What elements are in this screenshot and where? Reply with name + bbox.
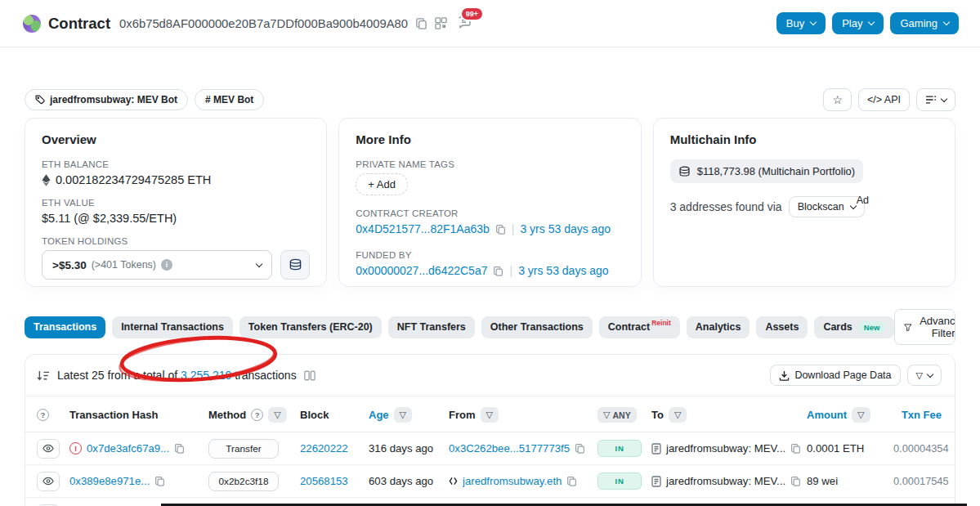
eth-balance-label: ETH BALANCE [42, 159, 310, 169]
qr-code-icon[interactable] [435, 17, 447, 29]
table-filter-button[interactable]: ▽ [907, 365, 942, 386]
funded-age-link[interactable]: 3 yrs 53 days ago [518, 264, 609, 277]
more-options-button[interactable] [916, 88, 955, 111]
tab-label: Contract [608, 321, 650, 333]
tab-cards[interactable]: CardsNew [814, 316, 894, 338]
tab-label: Assets [765, 321, 799, 333]
tab-transactions[interactable]: Transactions [25, 316, 105, 338]
multichain-info-card: Multichain Info $118,773.98 (Multichain … [653, 118, 955, 287]
token-holdings-select[interactable]: >$5.30 (>401 Tokens) i [42, 250, 272, 280]
buy-button[interactable]: Buy [776, 12, 826, 34]
copy-icon[interactable] [790, 443, 801, 454]
filter-funnel-icon: ▽ [916, 370, 923, 381]
table-header: ? Transaction Hash Method ? ▽ Block Age … [25, 396, 955, 432]
info-icon: i [161, 259, 172, 271]
block-link[interactable]: 22620222 [300, 442, 348, 455]
comments-count-badge: 99+ [460, 7, 484, 21]
col-block: Block [300, 409, 329, 421]
play-button[interactable]: Play [832, 12, 884, 34]
funded-by-link[interactable]: 0x00000027...d6422C5a7 [356, 264, 487, 277]
filter-funnel-icon: ▽ [857, 410, 864, 420]
to-name-text[interactable]: jaredfromsubway: MEV... [666, 475, 785, 487]
chevron-down-icon [849, 202, 856, 208]
col-txn-fee-toggle[interactable]: Txn Fee [902, 409, 942, 421]
block-link[interactable]: 20568153 [300, 475, 348, 487]
coins-icon [678, 166, 691, 177]
contract-creator-link[interactable]: 0x4D521577...82F1Aa63b [356, 222, 489, 235]
total-transactions-link[interactable]: 3,255,210 [181, 369, 231, 382]
token-holdings-detail: (>401 Tokens) [92, 259, 156, 271]
to-filter-button[interactable]: ▽ [669, 407, 687, 423]
hashtag-label: # MEV Bot [205, 94, 253, 105]
method-help-icon[interactable]: ? [251, 409, 263, 421]
from-address-link[interactable]: 0x3C262bee...5177773f5 [449, 442, 570, 455]
eth-value-value: $5.11 (@ $2,339.55/ETH) [42, 212, 177, 225]
multichain-title: Multichain Info [670, 132, 938, 146]
public-name-tag[interactable]: jaredfromsubway: MEV Bot [25, 89, 188, 110]
hashtag-mev-bot[interactable]: # MEV Bot [195, 89, 264, 110]
col-age-toggle[interactable]: Age [369, 409, 389, 421]
sort-icon [37, 370, 50, 381]
col-transaction-hash: Transaction Hash [69, 409, 158, 421]
copy-icon[interactable] [575, 443, 585, 454]
tab-other-transactions[interactable]: Other Transactions [481, 316, 593, 338]
buy-button-label: Buy [786, 17, 804, 29]
chevron-down-icon [943, 19, 950, 25]
favorite-star-button[interactable]: ☆ [823, 88, 852, 111]
multichain-portfolio-button[interactable]: $118,773.98 (Multichain Portfolio) [670, 159, 863, 183]
col-amount-toggle[interactable]: Amount [807, 409, 847, 421]
copy-icon[interactable] [174, 443, 185, 454]
copy-icon[interactable] [154, 476, 165, 486]
tab-analytics[interactable]: Analytics [687, 316, 750, 338]
copy-icon[interactable] [790, 476, 801, 486]
preview-tx-button[interactable] [37, 439, 60, 459]
direction-filter-button[interactable]: ▽ANY [597, 407, 637, 423]
preview-tx-button[interactable] [37, 472, 60, 491]
ethereum-icon [42, 174, 51, 186]
blockscan-label: Blockscan [798, 201, 844, 213]
method-filter-button[interactable]: ▽ [268, 407, 286, 423]
contract-creator-label: CONTRACT CREATOR [356, 208, 624, 218]
token-holdings-label: TOKEN HOLDINGS [42, 236, 310, 246]
col-from: From [449, 409, 476, 421]
chevron-down-icon [810, 19, 817, 25]
tab-nft-transfers[interactable]: NFT Transfers [388, 316, 475, 338]
tab-label: Other Transactions [490, 321, 584, 333]
amount-value: 0.0001 ETH [807, 442, 864, 455]
copy-address-icon[interactable] [415, 17, 427, 29]
copy-icon[interactable] [566, 476, 577, 486]
chevron-down-icon [941, 95, 947, 101]
copy-icon[interactable] [493, 266, 503, 276]
amount-filter-button[interactable]: ▽ [852, 407, 870, 423]
contract-address: 0x6b75d8AF000000e20B7a7DDf000Ba900b4009A… [119, 17, 408, 30]
tags-row: jaredfromsubway: MEV Bot # MEV Bot ☆ </>… [25, 88, 955, 111]
tab-token-transfers[interactable]: Token Transfers (ERC-20) [239, 316, 382, 338]
tab-contract[interactable]: ContractReinit [599, 316, 680, 338]
creation-age-link[interactable]: 3 yrs 53 days ago [520, 222, 611, 235]
wallet-view-button[interactable] [280, 250, 310, 280]
table-row: !0x7de3afc67a9... Transfer 22620222 316 … [25, 432, 955, 465]
tx-hash-link[interactable]: 0x7de3afc67a9... [87, 442, 169, 455]
advanced-filter-button[interactable]: Advanced Filter [895, 310, 955, 344]
age-filter-button[interactable]: ▽ [394, 407, 412, 423]
tx-hash-link[interactable]: 0x389e8e971e... [69, 475, 150, 487]
copy-icon[interactable] [495, 224, 506, 235]
api-button[interactable]: </> API [858, 88, 910, 111]
to-name-text[interactable]: jaredfromsubway: MEV... [666, 442, 785, 455]
from-filter-button[interactable]: ▽ [481, 407, 499, 423]
download-page-data-button[interactable]: Download Page Data [770, 365, 900, 386]
blockscan-select[interactable]: Blockscan [789, 196, 865, 217]
gaming-button[interactable]: Gaming [890, 12, 959, 34]
ens-icon [449, 477, 458, 486]
from-address-link[interactable]: jaredfromsubway.eth [463, 475, 562, 487]
token-holdings-value: >$5.30 [52, 259, 87, 271]
age-value: 603 days ago [369, 475, 433, 487]
col-method: Method [208, 409, 246, 421]
tab-assets[interactable]: Assets [756, 316, 808, 338]
advanced-filter-group: Advanced Filter [894, 309, 955, 345]
help-icon[interactable]: ? [37, 409, 49, 421]
add-private-tag-button[interactable]: + Add [356, 173, 408, 195]
view-cards-icon[interactable] [304, 370, 315, 381]
tab-internal-transactions[interactable]: Internal Transactions [112, 316, 233, 338]
error-alert-icon: ! [69, 442, 82, 455]
